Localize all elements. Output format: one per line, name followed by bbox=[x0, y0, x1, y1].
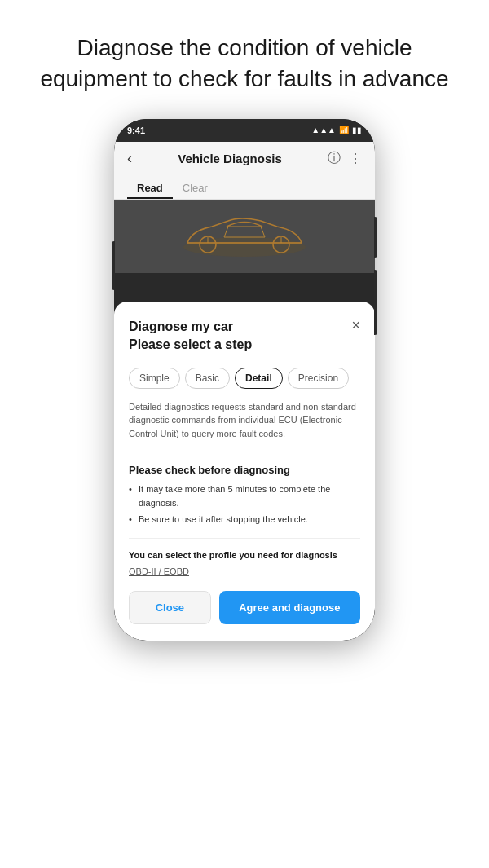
action-buttons: Close Agree and diagnose bbox=[129, 591, 360, 624]
page-header: Diagnose the condition of vehicle equipm… bbox=[7, 0, 481, 111]
bixby-button bbox=[112, 241, 115, 290]
power-button bbox=[374, 217, 377, 258]
check-section: Please check before diagnosing It may ta… bbox=[129, 464, 360, 527]
wifi-icon: 📶 bbox=[339, 126, 349, 134]
step-simple[interactable]: Simple bbox=[129, 368, 180, 389]
tabs-bar: Read Clear bbox=[114, 175, 375, 200]
phone-wrapper: 9:41 ▲▲▲ 📶 ▮▮ ‹ Vehicle Diagnosis ⓘ ⋮ Re… bbox=[114, 119, 375, 673]
check-item-1: It may take more than 5 minutes to compl… bbox=[129, 482, 360, 509]
profile-section: You can select the profile you need for … bbox=[129, 538, 360, 578]
check-list: It may take more than 5 minutes to compl… bbox=[129, 482, 360, 527]
step-detail[interactable]: Detail bbox=[235, 368, 283, 389]
modal-title: Diagnose my car Please select a step bbox=[129, 318, 252, 355]
volume-button bbox=[374, 270, 377, 335]
modal-sheet: Diagnose my car Please select a step × S… bbox=[114, 302, 375, 641]
close-button[interactable]: Close bbox=[129, 591, 211, 624]
step-selector: Simple Basic Detail Precision bbox=[129, 368, 360, 389]
tab-read[interactable]: Read bbox=[127, 175, 173, 199]
profile-label: You can select the profile you need for … bbox=[129, 550, 360, 560]
modal-description: Detailed diagnostics requests standard a… bbox=[129, 400, 360, 453]
svg-point-0 bbox=[183, 237, 306, 257]
info-icon[interactable]: ⓘ bbox=[328, 150, 341, 167]
modal-close-button[interactable]: × bbox=[351, 318, 360, 333]
profile-link[interactable]: OBD-II / EOBD bbox=[129, 566, 189, 576]
car-image-area bbox=[114, 200, 375, 273]
tab-clear[interactable]: Clear bbox=[173, 175, 218, 199]
check-title: Please check before diagnosing bbox=[129, 464, 360, 476]
agree-diagnose-button[interactable]: Agree and diagnose bbox=[219, 591, 360, 624]
modal-header: Diagnose my car Please select a step × bbox=[129, 318, 360, 355]
header-icons: ⓘ ⋮ bbox=[328, 150, 362, 167]
signal-icon: ▲▲▲ bbox=[311, 126, 336, 134]
battery-icon: ▮▮ bbox=[352, 126, 362, 134]
status-icons: ▲▲▲ 📶 ▮▮ bbox=[311, 126, 362, 134]
car-image bbox=[171, 206, 318, 267]
page-title: Diagnose the condition of vehicle equipm… bbox=[40, 33, 448, 95]
app-header: ‹ Vehicle Diagnosis ⓘ ⋮ bbox=[114, 142, 375, 175]
status-bar: 9:41 ▲▲▲ 📶 ▮▮ bbox=[114, 119, 375, 142]
step-precision[interactable]: Precision bbox=[288, 368, 349, 389]
back-button[interactable]: ‹ bbox=[127, 150, 132, 167]
status-time: 9:41 bbox=[127, 126, 145, 135]
phone-screen: 9:41 ▲▲▲ 📶 ▮▮ ‹ Vehicle Diagnosis ⓘ ⋮ Re… bbox=[114, 119, 375, 641]
phone-shell: 9:41 ▲▲▲ 📶 ▮▮ ‹ Vehicle Diagnosis ⓘ ⋮ Re… bbox=[114, 119, 375, 641]
step-basic[interactable]: Basic bbox=[185, 368, 230, 389]
app-title: Vehicle Diagnosis bbox=[178, 152, 282, 165]
more-icon[interactable]: ⋮ bbox=[349, 151, 362, 166]
modal-overlay: Diagnose my car Please select a step × S… bbox=[114, 273, 375, 641]
check-item-2: Be sure to use it after stopping the veh… bbox=[129, 513, 360, 527]
